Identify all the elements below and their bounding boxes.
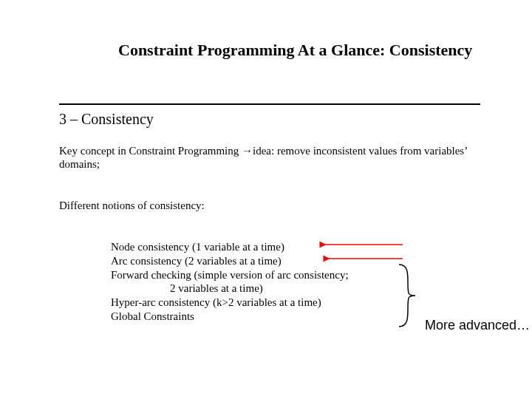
list-item: Node consistency (1 variable at a time) bbox=[111, 240, 349, 254]
list-item-cont: 2 variables at a time) bbox=[111, 282, 349, 296]
slide-title: Constraint Programming At a Glance: Cons… bbox=[118, 41, 472, 60]
list-item: Forward checking (simple version of arc … bbox=[111, 268, 349, 282]
horizontal-rule bbox=[59, 103, 480, 105]
consistency-list: Node consistency (1 variable at a time) … bbox=[111, 240, 349, 324]
list-item: Hyper-arc consistency (k>2 variables at … bbox=[111, 296, 349, 310]
paragraph-notions: Different notions of consistency: bbox=[59, 200, 205, 212]
p1-part-a: Key concept in Constraint Programming bbox=[59, 145, 242, 157]
more-advanced-label: More advanced… bbox=[425, 318, 530, 333]
section-heading: 3 – Consistency bbox=[59, 111, 154, 128]
brace-icon bbox=[399, 265, 415, 327]
list-item: Global Constraints bbox=[111, 310, 349, 324]
paragraph-key-concept: Key concept in Constraint Programming →i… bbox=[59, 144, 488, 171]
arrow-icon: → bbox=[242, 145, 253, 157]
list-item: Arc consistency (2 variables at a time) bbox=[111, 254, 349, 268]
slide: Constraint Programming At a Glance: Cons… bbox=[0, 0, 532, 399]
